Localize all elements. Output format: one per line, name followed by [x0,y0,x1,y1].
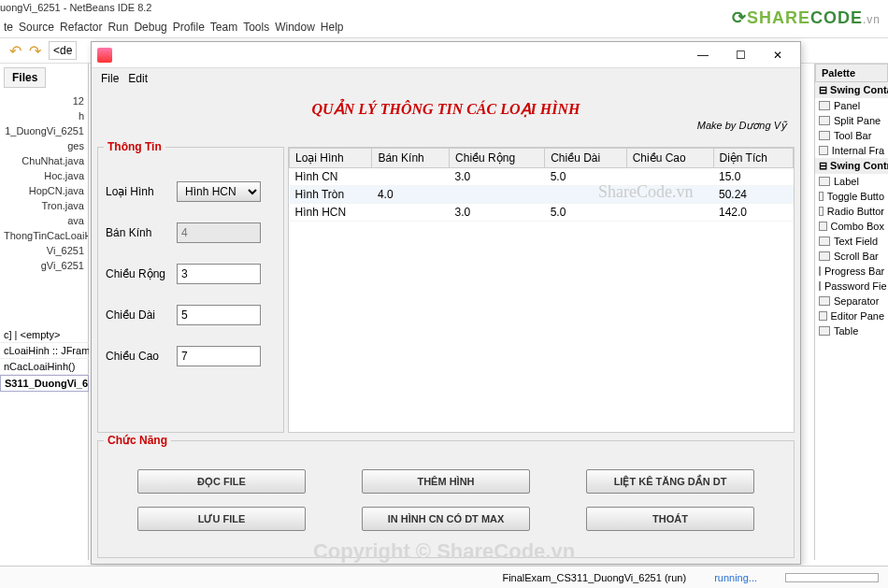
list-item[interactable]: Tron.java [4,198,84,213]
menu-item[interactable]: Tools [243,21,269,34]
palette-item[interactable]: Editor Pane [815,308,888,323]
java-icon [97,48,112,63]
palette-group[interactable]: ⊟ Swing Conta [815,82,888,98]
palette-item[interactable]: Split Pane [815,113,888,128]
app-dialog: — ☐ ✕ File Edit QUẢN LÝ THÔNG TIN CÁC LO… [91,41,801,565]
undo-icon[interactable]: ↶ [9,42,21,60]
toolbar-icon [819,131,830,140]
list-item[interactable]: HopCN.java [4,183,84,198]
palette-item[interactable]: Text Field [815,234,888,249]
close-button[interactable]: ✕ [761,45,795,65]
col-header[interactable]: Chiều Rộng [450,149,545,168]
palette-item[interactable]: Internal Fra [815,143,888,158]
col-header[interactable]: Chiều Dài [545,149,627,168]
loai-hinh-label: Loại Hình [106,185,169,198]
list-item[interactable]: Vi_6251 [4,243,84,258]
menu-item[interactable]: Run [107,21,128,34]
col-header[interactable]: Diện Tích [713,149,794,168]
list-item[interactable]: ava [4,213,84,228]
func-legend: Chức Năng [104,434,171,447]
data-table[interactable]: Loại Hình Bán Kính Chiều Rộng Chiều Dài … [288,147,795,433]
table-row[interactable]: Hình CN3.05.015.0 [290,168,794,186]
read-file-button[interactable]: ĐỌC FILE [137,469,306,494]
nav-item[interactable]: cLoaiHinh :: JFrame [0,343,89,359]
col-header[interactable]: Loại Hình [290,149,372,168]
list-item[interactable]: 12 [4,93,84,108]
chieu-dai-input[interactable] [177,305,261,325]
palette-item[interactable]: Label [815,174,888,189]
menu-item[interactable]: Refactor [60,21,102,34]
list-item[interactable]: ThongTinCacLoaiHinh.j [4,228,84,243]
palette-item[interactable]: Password Fie [815,279,888,294]
list-item[interactable]: ChuNhat.java [4,153,84,168]
chieu-cao-input[interactable] [177,346,261,366]
chieu-rong-input[interactable] [177,264,261,284]
menu-item[interactable]: Profile [173,21,205,34]
palette-item[interactable]: Scroll Bar [815,249,888,264]
menu-item[interactable]: Window [275,21,315,34]
list-item[interactable]: h [4,108,84,123]
dialog-subtitle: Make by Dương Vỹ [95,120,796,136]
list-item[interactable]: gVi_6251 [4,258,84,273]
window-title: uongVi_6251 - NetBeans IDE 8.2 [0,2,151,13]
list-item[interactable]: Hoc.java [4,168,84,183]
redo-icon[interactable]: ↷ [29,42,41,60]
dialog-titlebar[interactable]: — ☐ ✕ [92,42,800,68]
palette-group[interactable]: ⊟ Swing Contr [815,158,888,174]
menu-item[interactable]: Source [19,21,54,34]
nav-item[interactable]: c] | <empty> [0,327,89,343]
chieu-cao-label: Chiều Cao [106,350,169,363]
nav-item[interactable]: nCacLoaiHinh() [0,359,89,375]
radiobutton-icon [819,207,824,216]
palette-panel: Palette ⊟ Swing Conta Panel Split Pane T… [814,64,888,560]
palette-item[interactable]: Table [815,323,888,338]
menu-file[interactable]: File [101,72,119,85]
netbeans-menubar: te Source Refactor Run Debug Profile Tea… [0,19,348,36]
navigator: c] | <empty> cLoaiHinh :: JFrame nCacLoa… [0,327,89,392]
palette-item[interactable]: Progress Bar [815,264,888,279]
palette-item[interactable]: Toggle Butto [815,189,888,204]
info-panel: Thông Tin Loại Hình Hình HCN Bán Kính Ch… [97,147,284,433]
exit-button[interactable]: THOÁT [586,507,754,531]
palette-item[interactable]: Separator [815,294,888,308]
list-item[interactable]: ges [4,138,84,153]
list-item[interactable]: 1_DuongVi_6251 [4,123,84,138]
save-file-button[interactable]: LƯU FILE [137,507,306,531]
table-icon [819,326,830,336]
chieu-dai-label: Chiều Dài [106,308,169,322]
statusbar: FinalExam_CS311_DuongVi_6251 (run) runni… [0,566,888,588]
print-max-area-button[interactable]: IN HÌNH CN CÓ DT MAX [362,507,530,531]
files-tab[interactable]: Files [4,67,46,88]
dialog-menubar: File Edit [92,68,800,89]
col-header[interactable]: Bán Kính [372,149,450,168]
table-row[interactable]: Hình HCN3.05.0142.0 [290,204,794,222]
label-icon [819,177,830,186]
panel-icon [819,101,830,110]
palette-item[interactable]: Panel [815,98,888,113]
scrollbar-icon [819,251,830,261]
status-state: running... [714,572,757,583]
progress-bar [785,573,879,582]
ban-kinh-input [177,222,261,243]
files-list: 12 h 1_DuongVi_6251 ges ChuNhat.java Hoc… [0,92,88,275]
menu-edit[interactable]: Edit [128,72,148,85]
menu-item[interactable]: Help [321,21,344,34]
palette-item[interactable]: Radio Buttor [815,204,888,219]
loai-hinh-select[interactable]: Hình HCN [177,181,261,202]
menu-item[interactable]: Team [210,21,237,34]
minimize-button[interactable]: — [686,45,720,65]
menu-item[interactable]: Debug [134,21,166,34]
ban-kinh-label: Bán Kính [106,226,169,239]
col-header[interactable]: Chiều Cao [626,149,713,168]
list-asc-area-button[interactable]: LIỆT KÊ TĂNG DẦN DT [586,469,754,494]
menu-item[interactable]: te [4,21,13,34]
files-panel: Files 12 h 1_DuongVi_6251 ges ChuNhat.ja… [0,64,89,560]
config-dropdown[interactable]: <de [49,41,77,60]
palette-item[interactable]: Combo Box [815,219,888,234]
add-shape-button[interactable]: THÊM HÌNH [362,469,530,494]
table-row[interactable]: Hình Tròn4.050.24 [290,186,794,204]
maximize-button[interactable]: ☐ [723,45,757,65]
palette-item[interactable]: Tool Bar [815,128,888,143]
internalframe-icon [819,146,828,155]
nav-item[interactable]: S311_DuongVi_625 [0,375,89,392]
